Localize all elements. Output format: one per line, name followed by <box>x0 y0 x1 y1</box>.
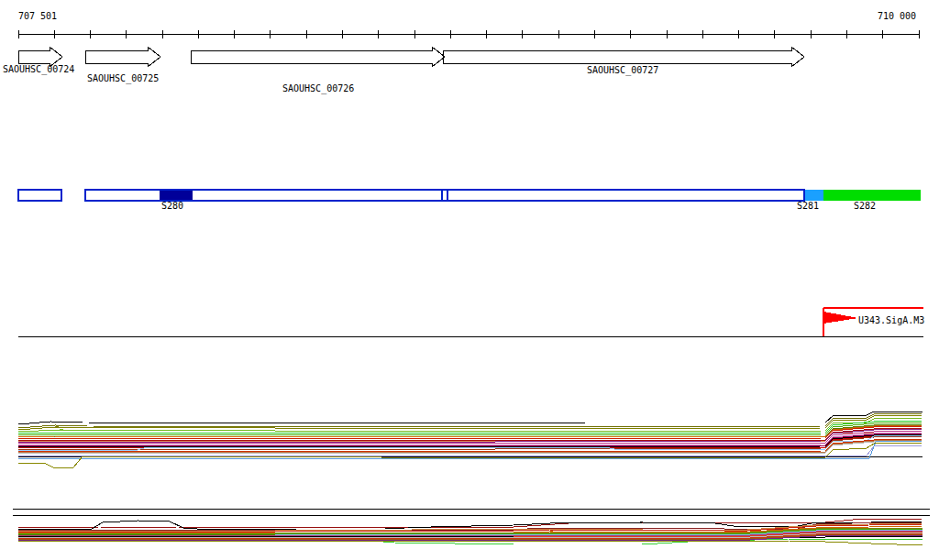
gene-arrow-saouhsc_00725[interactable] <box>85 47 160 67</box>
upper-profile-band-series-1 <box>18 413 922 428</box>
ruler-end-label: 710 000 <box>878 12 916 21</box>
tracks-canvas <box>0 0 939 560</box>
segment-fill-s280[interactable] <box>160 190 193 201</box>
segment-label-s280: S280 <box>161 202 183 211</box>
segment-label-s281: S281 <box>797 202 819 211</box>
gene-arrow-saouhsc_00727[interactable] <box>443 47 804 67</box>
motif-flag-triangle[interactable] <box>823 312 858 324</box>
gene-label-saouhsc-00726: SAOUHSC_00726 <box>282 84 354 93</box>
segment-box-1[interactable] <box>85 190 804 201</box>
gene-arrow-saouhsc_00726[interactable] <box>191 47 445 67</box>
motif-label: U343.SigA.M3 <box>858 316 924 325</box>
segment-box-0[interactable] <box>18 190 61 201</box>
segment-label-s282: S282 <box>854 202 876 211</box>
upper-profile-band-series-0 <box>18 412 922 424</box>
ruler-start-label: 707 501 <box>18 12 57 21</box>
gene-label-saouhsc-00724: SAOUHSC_00724 <box>3 65 74 74</box>
segment-fill-s282[interactable] <box>823 190 921 201</box>
gene-label-saouhsc-00727: SAOUHSC_00727 <box>587 66 658 75</box>
lower-profile-band-series-19 <box>18 541 922 545</box>
gene-label-saouhsc-00725: SAOUHSC_00725 <box>87 74 159 83</box>
genome-browser-view: 707 501 710 000 SAOUHSC_00724 SAOUHSC_00… <box>0 0 939 560</box>
segment-fill-s281[interactable] <box>804 190 823 201</box>
